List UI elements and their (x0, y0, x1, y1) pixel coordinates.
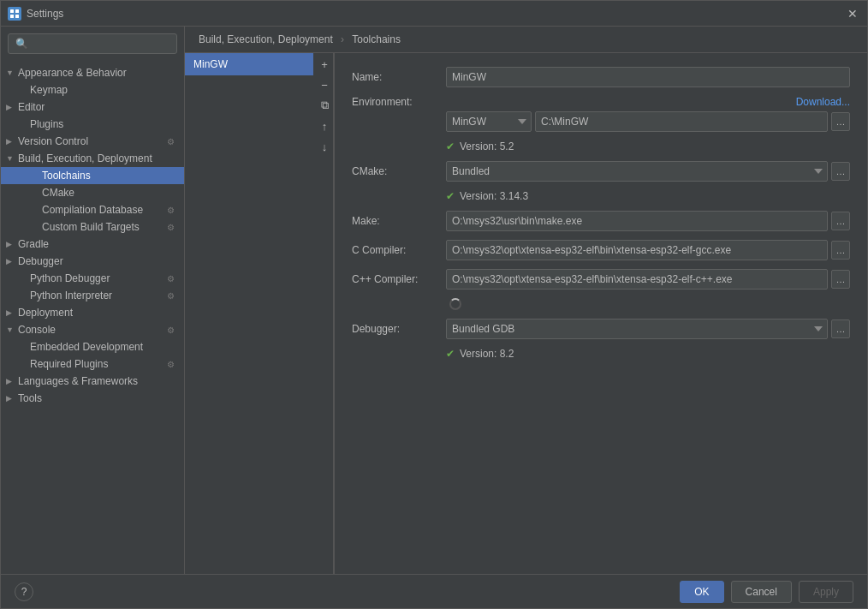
title-bar: Settings ✕ (1, 1, 867, 27)
sidebar-item-deployment[interactable]: ▶ Deployment (1, 304, 184, 321)
loading-spinner (449, 298, 461, 310)
sidebar-item-version-control[interactable]: ▶ Version Control ⚙ (1, 133, 184, 150)
toolchain-item-mingw[interactable]: MinGW (185, 53, 313, 75)
name-input[interactable] (446, 67, 850, 87)
sidebar-item-build[interactable]: ▼ Build, Execution, Deployment (1, 150, 184, 167)
right-panel: Build, Execution, Deployment › Toolchain… (185, 27, 867, 574)
copy-toolchain-button[interactable]: ⧉ (315, 96, 334, 115)
sidebar-item-gradle[interactable]: ▶ Gradle (1, 236, 184, 253)
cpp-compiler-label: C++ Compiler: (352, 273, 446, 285)
env-version-row: ✔ Version: 5.2 (352, 140, 850, 152)
move-up-button[interactable]: ↑ (315, 116, 334, 135)
sidebar: ▼ Appearance & Behavior Keymap ▶ Editor … (1, 27, 185, 574)
cancel-button[interactable]: Cancel (731, 581, 792, 603)
environment-path-input[interactable] (535, 111, 828, 132)
debugger-label: Debugger: (352, 323, 446, 335)
debugger-controls: Bundled GDB Custom GDB … (446, 319, 850, 339)
environment-row: MinGW WSL Docker Remote Host System … (352, 111, 850, 132)
make-row: Make: … (352, 211, 850, 231)
help-button[interactable]: ? (15, 582, 33, 601)
cpp-compiler-row: C++ Compiler: … (352, 269, 850, 290)
cpp-compiler-input[interactable] (446, 269, 828, 290)
make-browse-button[interactable]: … (831, 212, 850, 230)
sidebar-item-plugins[interactable]: Plugins (1, 116, 184, 133)
sidebar-item-custom-build[interactable]: Custom Build Targets ⚙ (1, 218, 184, 236)
sidebar-item-python-interpreter[interactable]: Python Interpreter ⚙ (1, 287, 184, 304)
env-selects: MinGW WSL Docker Remote Host System … (446, 111, 850, 132)
cmake-version-row: ✔ Version: 3.14.3 (352, 190, 850, 202)
ok-button[interactable]: OK (680, 581, 723, 603)
c-compiler-controls: … (446, 240, 850, 260)
sidebar-item-console[interactable]: ▼ Console ⚙ (1, 321, 184, 338)
bottom-bar: ? OK Cancel Apply (1, 574, 867, 608)
cmake-select[interactable]: Bundled Custom (446, 161, 828, 182)
c-compiler-input[interactable] (446, 240, 828, 260)
settings-window: Settings ✕ ▼ Appearance & Behavior Keyma… (0, 0, 868, 609)
make-label: Make: (352, 215, 446, 227)
sidebar-item-compilation-db[interactable]: Compilation Database ⚙ (1, 201, 184, 218)
main-content: ▼ Appearance & Behavior Keymap ▶ Editor … (1, 27, 867, 574)
c-compiler-browse-button[interactable]: … (831, 241, 850, 260)
environment-header-row: Environment: Download... (352, 96, 850, 108)
settings-form: Name: Environment: Download... MinGW (335, 53, 867, 574)
sidebar-item-cmake[interactable]: CMake (1, 184, 184, 201)
expand-arrow: ▶ (6, 257, 18, 266)
cmake-controls: Bundled Custom … (446, 161, 850, 182)
move-down-button[interactable]: ↓ (315, 137, 334, 156)
debugger-row: Debugger: Bundled GDB Custom GDB … (352, 319, 850, 339)
apply-button[interactable]: Apply (799, 581, 853, 603)
breadcrumb-part1: Build, Execution, Deployment (199, 33, 333, 45)
sidebar-item-required-plugins[interactable]: Required Plugins ⚙ (1, 355, 184, 373)
expand-arrow: ▼ (6, 325, 18, 334)
name-row: Name: (352, 67, 850, 87)
expand-arrow: ▼ (6, 69, 18, 77)
check-icon: ✔ (446, 140, 455, 152)
expand-arrow: ▶ (6, 394, 18, 403)
sidebar-item-toolchains[interactable]: Toolchains (1, 167, 184, 184)
cpp-compiler-browse-button[interactable]: … (831, 270, 850, 289)
svg-rect-3 (15, 15, 19, 18)
environment-label: Environment: (352, 96, 796, 108)
expand-arrow: ▶ (6, 137, 18, 146)
check-icon: ✔ (446, 190, 455, 202)
download-link[interactable]: Download... (796, 96, 850, 108)
debugger-version-text: Version: 8.2 (460, 348, 514, 360)
sidebar-item-python-debugger[interactable]: Python Debugger ⚙ (1, 270, 184, 287)
environment-select[interactable]: MinGW WSL Docker Remote Host System (446, 111, 532, 132)
expand-arrow: ▶ (6, 240, 18, 248)
settings-icon: ⚙ (167, 325, 179, 335)
cpp-compiler-controls: … (446, 269, 850, 290)
remove-toolchain-button[interactable]: − (315, 75, 334, 94)
toolchains-list-panel: MinGW + − ⧉ ↑ ↓ (185, 53, 335, 574)
expand-arrow: ▶ (6, 103, 18, 111)
sidebar-item-keymap[interactable]: Keymap (1, 81, 184, 99)
debugger-browse-button[interactable]: … (831, 319, 850, 338)
c-compiler-row: C Compiler: … (352, 240, 850, 260)
sidebar-item-debugger[interactable]: ▶ Debugger (1, 253, 184, 270)
c-compiler-label: C Compiler: (352, 244, 446, 256)
sidebar-item-languages[interactable]: ▶ Languages & Frameworks (1, 373, 184, 390)
make-input[interactable] (446, 211, 828, 231)
debugger-select[interactable]: Bundled GDB Custom GDB (446, 319, 828, 339)
sidebar-tree: ▼ Appearance & Behavior Keymap ▶ Editor … (1, 61, 184, 574)
breadcrumb-part2: Toolchains (352, 33, 401, 45)
sidebar-item-embedded-dev[interactable]: Embedded Development (1, 338, 184, 355)
cmake-label: CMake: (352, 165, 446, 177)
toolchain-side-buttons: + − ⧉ ↑ ↓ (313, 53, 334, 574)
sidebar-item-tools[interactable]: ▶ Tools (1, 390, 184, 407)
environment-browse-button[interactable]: … (831, 112, 850, 131)
close-button[interactable]: ✕ (845, 6, 860, 21)
svg-rect-0 (10, 9, 14, 13)
env-version-text: Version: 5.2 (460, 140, 514, 152)
settings-icon: ⚙ (167, 274, 179, 284)
search-input[interactable] (8, 33, 177, 54)
add-toolchain-button[interactable]: + (315, 55, 334, 74)
settings-icon: ⚙ (167, 291, 179, 301)
sidebar-item-editor[interactable]: ▶ Editor (1, 99, 184, 116)
cmake-browse-button[interactable]: … (831, 162, 850, 181)
sidebar-item-appearance[interactable]: ▼ Appearance & Behavior (1, 64, 184, 81)
expand-arrow: ▼ (6, 154, 18, 163)
debugger-version-row: ✔ Version: 8.2 (352, 348, 850, 360)
expand-arrow: ▶ (6, 308, 18, 317)
content-area: MinGW + − ⧉ ↑ ↓ Name: (185, 53, 867, 574)
